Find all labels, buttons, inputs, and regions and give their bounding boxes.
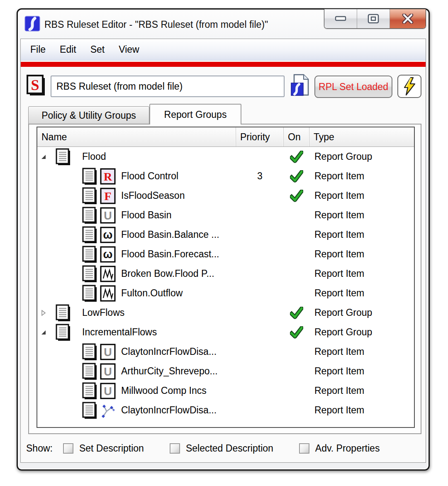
row-on-cell[interactable] xyxy=(284,264,309,283)
series-plot-icon xyxy=(100,266,116,282)
riverware-logo-icon xyxy=(24,16,40,32)
report-item-doc-icon xyxy=(82,402,97,419)
row-priority-cell xyxy=(236,322,284,342)
menu-item-file[interactable]: File xyxy=(23,39,53,60)
menu-item-set[interactable]: Set xyxy=(83,39,112,60)
table-row[interactable]: ωFlood Basin.Balance ...Report Item xyxy=(37,225,414,244)
tab-policy-utility-groups[interactable]: Policy & Utility Groups xyxy=(28,106,149,125)
table-row[interactable]: RFlood Control3Report Item xyxy=(37,166,414,186)
report-item-doc-icon xyxy=(82,246,97,263)
titlebar[interactable]: RBS Ruleset Editor - "RBS Ruleset (from … xyxy=(18,10,429,39)
row-name-cell: UMillwood Comp Incs xyxy=(37,381,236,401)
row-on-cell[interactable] xyxy=(284,322,309,342)
row-type-cell: Report Item xyxy=(309,264,414,283)
row-name-label: Fulton.Outflow xyxy=(121,288,183,299)
check-icon xyxy=(290,170,303,183)
row-name-cell: IncrementalFlows xyxy=(37,322,236,342)
svg-text:F: F xyxy=(104,190,111,203)
report-groups-tab-panel: Name Priority On Type FloodReport GroupR… xyxy=(28,124,421,434)
table-row[interactable]: UArthurCity_Shrevepo...Report Item xyxy=(37,361,414,381)
expanded-expander-icon[interactable] xyxy=(40,153,47,161)
table-row[interactable]: UClaytonIncrFlowDisa...Report Item xyxy=(37,342,414,361)
row-on-cell[interactable] xyxy=(284,361,309,381)
evaluate-button[interactable] xyxy=(397,75,421,98)
close-button[interactable] xyxy=(390,9,426,28)
function-icon: F xyxy=(100,188,116,204)
row-on-cell[interactable] xyxy=(284,225,309,244)
row-on-cell[interactable] xyxy=(284,147,309,166)
show-options-bar: Show: Set DescriptionSelected Descriptio… xyxy=(26,439,405,458)
svg-text:S: S xyxy=(31,77,39,93)
row-priority-cell xyxy=(236,361,284,381)
riverware-file-icon xyxy=(290,74,309,97)
red-accent-bar xyxy=(21,62,426,67)
row-on-cell[interactable] xyxy=(284,283,309,303)
rpl-set-loaded-button[interactable]: RPL Set Loaded xyxy=(314,76,392,98)
column-header-name[interactable]: Name xyxy=(37,127,236,147)
report-group-icon xyxy=(56,324,71,341)
row-name-cell: UArthurCity_Shrevepo... xyxy=(37,361,236,381)
column-header-priority[interactable]: Priority xyxy=(236,127,284,147)
menu-item-view[interactable]: View xyxy=(112,39,146,60)
checkbox-selected-description[interactable] xyxy=(170,443,180,454)
row-on-cell[interactable] xyxy=(284,205,309,225)
minimize-button[interactable] xyxy=(324,9,357,28)
table-row[interactable]: ClaytonIncrFlowDisa...Report Item xyxy=(37,401,414,420)
table-row[interactable]: IncrementalFlowsReport Group xyxy=(37,322,414,342)
checkbox-set-description[interactable] xyxy=(63,443,73,454)
table-row[interactable]: LowFlowsReport Group xyxy=(37,303,414,322)
collapsed-expander-icon[interactable] xyxy=(40,309,47,317)
row-name-label: Broken Bow.Flood P... xyxy=(121,268,214,279)
report-item-doc-icon xyxy=(82,363,97,380)
row-type-cell: Report Item xyxy=(309,186,414,205)
checkbox-label: Selected Description xyxy=(186,443,273,454)
table-row[interactable]: Broken Bow.Flood P...Report Item xyxy=(37,264,414,283)
report-item-doc-icon xyxy=(82,382,97,400)
checkbox-label: Set Description xyxy=(79,443,144,454)
tab-report-groups[interactable]: Report Groups xyxy=(149,104,241,125)
table-row[interactable]: Fulton.OutflowReport Item xyxy=(37,283,414,303)
ruleset-name-input[interactable] xyxy=(51,76,285,97)
row-priority-cell xyxy=(236,401,284,420)
utility-icon: U xyxy=(100,383,116,399)
row-on-cell[interactable] xyxy=(284,381,309,401)
column-header-on[interactable]: On xyxy=(284,127,309,147)
row-on-cell[interactable] xyxy=(284,303,309,322)
row-name-cell: UClaytonIncrFlowDisa... xyxy=(37,342,236,361)
column-header-type[interactable]: Type xyxy=(309,127,414,147)
report-item-doc-icon xyxy=(82,265,97,283)
table-row[interactable]: FloodReport Group xyxy=(37,147,414,166)
row-priority-cell xyxy=(236,264,284,283)
table-row[interactable]: UMillwood Comp IncsReport Item xyxy=(37,381,414,401)
svg-text:ω: ω xyxy=(103,229,113,241)
row-type-cell: Report Item xyxy=(309,225,414,244)
utility-icon: U xyxy=(100,207,116,224)
check-icon xyxy=(290,326,303,339)
table-row[interactable]: UFlood BasinReport Item xyxy=(37,205,414,225)
checkbox-adv-properties[interactable] xyxy=(299,443,309,454)
row-on-cell[interactable] xyxy=(284,186,309,205)
row-name-label: Flood Basin xyxy=(121,210,171,221)
row-priority-cell xyxy=(236,186,284,205)
row-on-cell[interactable] xyxy=(284,342,309,361)
check-icon xyxy=(290,307,303,319)
row-priority-cell xyxy=(236,342,284,361)
close-icon xyxy=(402,14,414,24)
omega-icon: ω xyxy=(100,227,116,243)
checkbox-label: Adv. Properties xyxy=(315,443,380,454)
table-row[interactable]: FIsFloodSeasonReport Item xyxy=(37,186,414,205)
svg-text:U: U xyxy=(104,346,112,359)
row-priority-cell xyxy=(236,225,284,244)
row-on-cell[interactable] xyxy=(284,166,309,186)
maximize-button[interactable] xyxy=(357,9,390,28)
row-on-cell[interactable] xyxy=(284,244,309,264)
client-area: FileEditSetView S RPL Set Loaded xyxy=(20,39,426,463)
row-name-cell: LowFlows xyxy=(37,303,236,322)
expanded-expander-icon[interactable] xyxy=(40,329,47,336)
table-row[interactable]: ωFlood Basin.Forecast...Report Item xyxy=(37,244,414,264)
row-priority-cell: 3 xyxy=(236,166,284,186)
row-name-label: Millwood Comp Incs xyxy=(121,385,207,396)
row-on-cell[interactable] xyxy=(284,401,309,420)
rbs-ruleset-editor-window: RBS Ruleset Editor - "RBS Ruleset (from … xyxy=(17,8,430,471)
menu-item-edit[interactable]: Edit xyxy=(53,39,83,60)
